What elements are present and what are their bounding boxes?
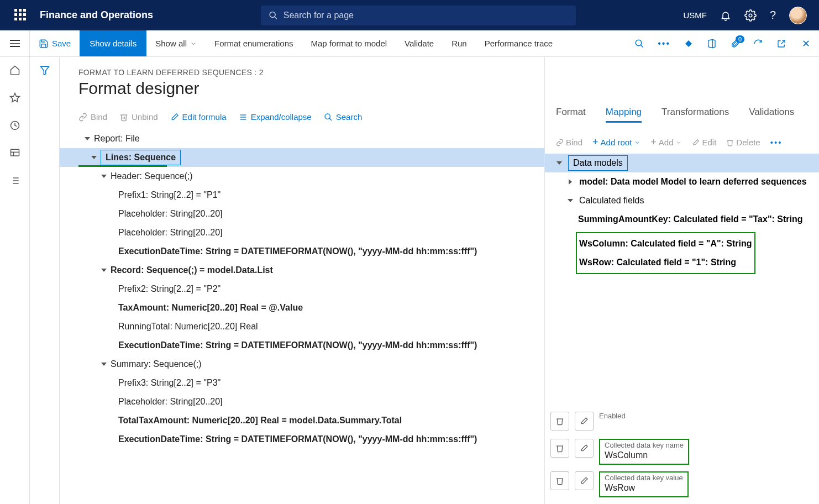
left-rail <box>0 57 30 504</box>
tree-row[interactable]: RunningTotal: Numeric[20..20] Real <box>78 317 531 336</box>
search-cmd-icon[interactable] <box>628 39 651 49</box>
svg-marker-17 <box>40 66 49 75</box>
edit-prop-button[interactable] <box>575 439 594 458</box>
map-row[interactable]: WsRow: Calculated field = "1": String <box>579 253 752 272</box>
delete-prop-button[interactable] <box>550 471 569 490</box>
trash-icon <box>119 113 128 122</box>
format-enumerations-button[interactable]: Format enumerations <box>206 30 302 56</box>
attach-badge: 0 <box>736 35 744 43</box>
tree-row-selected[interactable]: Lines: Sequence <box>60 148 544 167</box>
gear-icon[interactable] <box>744 9 757 22</box>
refresh-icon[interactable] <box>747 39 770 49</box>
delete-prop-button[interactable] <box>550 412 569 431</box>
search-icon <box>324 113 333 122</box>
tree-row[interactable]: ExecutionDateTime: String = DATETIMEFORM… <box>78 336 531 355</box>
waffle-icon[interactable] <box>14 9 28 22</box>
pencil-icon <box>580 444 589 453</box>
map-bind-button[interactable]: Bind <box>556 138 582 147</box>
edit-prop-button[interactable] <box>575 412 594 431</box>
pencil-icon <box>170 113 179 122</box>
tree-row[interactable]: Prefix2: String[2..2] = "P2" <box>78 280 531 298</box>
svg-line-22 <box>329 118 332 120</box>
map-row[interactable]: SummingAmountKey: Calculated field = "Ta… <box>556 210 808 229</box>
tree-row[interactable]: Prefix1: String[2..2] = "P1" <box>78 186 531 204</box>
unbind-button[interactable]: Unbind <box>119 112 158 122</box>
tab-format[interactable]: Format <box>556 107 586 123</box>
recent-icon[interactable] <box>9 120 20 131</box>
top-nav: Finance and Operations USMF ? <box>0 0 819 30</box>
tree-row[interactable]: Placeholder: String[20..20] <box>78 204 531 223</box>
map-row-selected[interactable]: Data models <box>545 154 819 172</box>
attach-icon[interactable]: 0 <box>723 39 747 49</box>
tree-row[interactable]: Placeholder: String[20..20] <box>78 223 531 242</box>
company-label[interactable]: USMF <box>683 11 707 20</box>
edit-formula-button[interactable]: Edit formula <box>170 112 227 122</box>
map-overflow[interactable]: ••• <box>770 138 783 147</box>
tree-row[interactable]: Prefix3: String[2..2] = "P3" <box>78 374 531 392</box>
map-row[interactable]: Calculated fields <box>556 191 808 210</box>
help-icon[interactable]: ? <box>770 9 776 22</box>
save-icon <box>39 39 49 49</box>
pencil-icon <box>692 139 700 146</box>
validate-button[interactable]: Validate <box>396 30 443 56</box>
tree-row[interactable]: ExecutionDateTime: String = DATETIMEFORM… <box>78 242 531 261</box>
prop-value <box>599 421 626 432</box>
svg-marker-6 <box>10 93 19 102</box>
bell-icon[interactable] <box>720 10 731 21</box>
add-root-button[interactable]: + Add root <box>592 136 641 148</box>
workspace-icon[interactable] <box>9 148 20 159</box>
tab-mapping[interactable]: Mapping <box>606 107 642 123</box>
app-switcher-icon[interactable] <box>677 39 700 49</box>
run-button[interactable]: Run <box>443 30 476 56</box>
link-icon <box>78 113 87 122</box>
tree-row[interactable]: Summary: Sequence(;) <box>78 355 531 374</box>
filter-column <box>30 57 60 504</box>
edit-button[interactable]: Edit <box>692 138 716 147</box>
search-icon <box>269 11 278 20</box>
tree-row[interactable]: TaxAmount: Numeric[20..20] Real = @.Valu… <box>78 298 531 317</box>
tree-row[interactable]: Report: File <box>78 129 531 148</box>
delete-prop-button[interactable] <box>550 439 569 458</box>
edit-prop-button[interactable] <box>575 471 594 490</box>
map-row[interactable]: WsColumn: Calculated field = "A": String <box>579 234 752 253</box>
trash-icon <box>555 444 564 453</box>
prop-enabled: Enabled <box>550 412 808 432</box>
tree-row[interactable]: Record: Sequence(;) = model.Data.List <box>78 261 531 280</box>
add-button[interactable]: + Add <box>650 136 682 148</box>
tab-validations[interactable]: Validations <box>749 107 794 123</box>
pencil-icon <box>580 417 589 426</box>
link-icon <box>556 139 564 146</box>
menu-toggle[interactable] <box>0 30 30 56</box>
search-input[interactable] <box>284 11 568 20</box>
tab-transformations[interactable]: Transformations <box>662 107 729 123</box>
tree-row[interactable]: TotalTaxAmount: Numeric[20..20] Real = m… <box>78 411 531 430</box>
delete-button[interactable]: Delete <box>726 138 760 147</box>
bind-button[interactable]: Bind <box>78 112 107 122</box>
tree-row[interactable]: Placeholder: String[20..20] <box>78 392 531 411</box>
prop-label: Enabled <box>599 412 626 420</box>
overflow-menu[interactable]: ••• <box>651 39 677 49</box>
show-details-button[interactable]: Show details <box>80 30 146 56</box>
show-all-button[interactable]: Show all <box>146 30 206 56</box>
office-icon[interactable] <box>700 39 723 49</box>
save-label: Save <box>52 39 71 48</box>
filter-icon[interactable] <box>39 65 50 504</box>
tree-row[interactable]: Header: Sequence(;) <box>78 167 531 186</box>
save-button[interactable]: Save <box>30 30 80 56</box>
avatar[interactable] <box>789 7 807 24</box>
star-icon[interactable] <box>9 92 20 103</box>
map-row[interactable]: model: Data model Model to learn deferre… <box>556 172 808 191</box>
expand-collapse-button[interactable]: Expand/collapse <box>239 112 312 122</box>
highlight-box: WsColumn: Calculated field = "A": String… <box>576 232 755 274</box>
performance-trace-button[interactable]: Performance trace <box>476 30 561 56</box>
pencil-icon <box>580 476 589 485</box>
search-box[interactable] <box>261 6 576 25</box>
tree-search-button[interactable]: Search <box>324 112 363 122</box>
map-format-button[interactable]: Map format to model <box>302 30 396 56</box>
tree-row[interactable]: ExecutionDateTime: String = DATETIMEFORM… <box>78 430 531 449</box>
modules-icon[interactable] <box>9 175 20 186</box>
popout-icon[interactable] <box>770 39 793 49</box>
property-rows: Enabled Collected data key name WsColumn <box>545 412 819 504</box>
home-icon[interactable] <box>9 65 20 76</box>
close-button[interactable]: ✕ <box>793 38 819 50</box>
